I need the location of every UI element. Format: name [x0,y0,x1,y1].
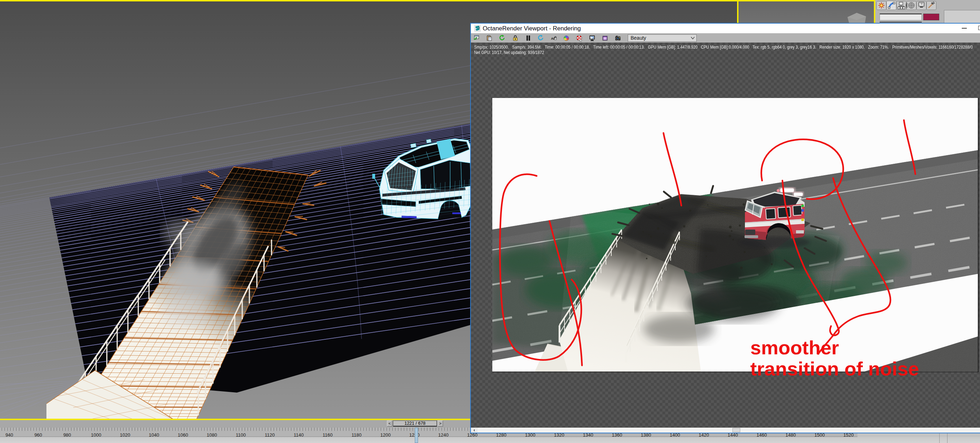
svg-text:transition of noise: transition of noise [750,358,919,380]
svg-text:smoother: smoother [750,337,839,359]
